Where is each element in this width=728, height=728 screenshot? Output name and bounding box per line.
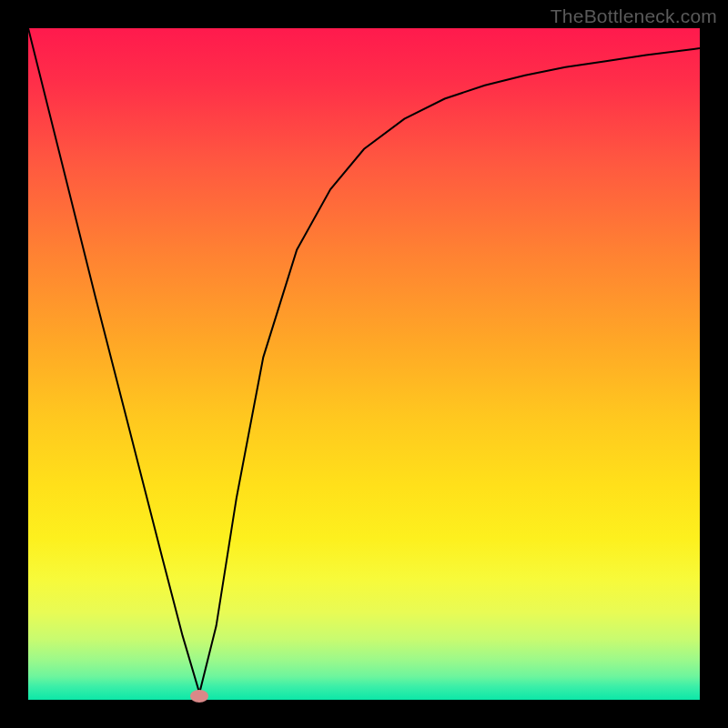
- chart-container: TheBottleneck.com: [0, 0, 728, 728]
- plot-area: [28, 28, 700, 700]
- optimal-point-marker: [190, 690, 208, 703]
- watermark-label: TheBottleneck.com: [551, 5, 717, 27]
- bottleneck-curve: [28, 28, 700, 700]
